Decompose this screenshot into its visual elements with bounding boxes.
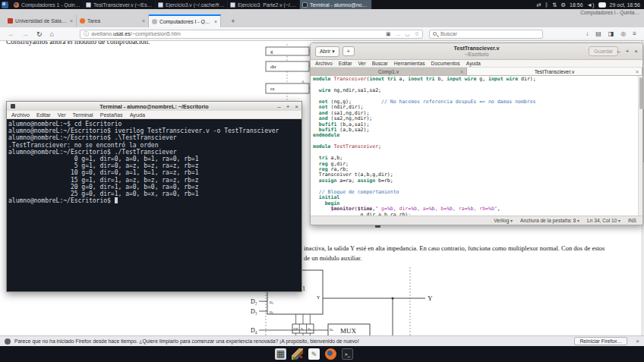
- hamburger-menu-icon[interactable]: ≡: [633, 30, 636, 37]
- open-button[interactable]: Abrir ▾: [315, 46, 339, 57]
- svg-text:g: g: [270, 49, 273, 55]
- terminal-icon[interactable]: [342, 348, 353, 360]
- bluetooth-icon[interactable]: ᛒ: [545, 2, 549, 8]
- text-editor-icon[interactable]: [308, 348, 320, 360]
- code-line: module TestTransceiver;: [313, 144, 642, 150]
- editor-menu-item[interactable]: Archivo: [315, 61, 333, 66]
- code-line: reg g,dir;: [313, 162, 642, 167]
- applications-menu-icon[interactable]: [2, 2, 8, 8]
- insert-mode-indicator: INS: [628, 218, 636, 223]
- editor-headerbar[interactable]: Abrir ▾ + TestTransciever.v ~/Escritorio…: [311, 43, 642, 60]
- browser-tab[interactable]: Universidad de Salamanca ×: [5, 14, 77, 27]
- svg-text:A: A: [301, 80, 305, 83]
- top-panel: Computadores 1 - Quinta ses... TestTrans…: [0, 0, 644, 9]
- editor-menu-item[interactable]: Ayuda: [466, 61, 481, 66]
- settings-gear-icon[interactable]: ⚙: [560, 2, 566, 8]
- account-icon[interactable]: ◎: [620, 30, 626, 37]
- firefox-icon[interactable]: [325, 348, 336, 360]
- minimize-icon[interactable]: –: [277, 103, 280, 110]
- new-tab-button[interactable]: +: [228, 14, 238, 27]
- back-icon[interactable]: ←: [8, 30, 14, 38]
- terminal-menu-item[interactable]: Archivo: [11, 112, 30, 118]
- home-icon[interactable]: ⌂: [50, 30, 54, 38]
- editor-tab-close-icon[interactable]: ×: [460, 69, 463, 74]
- close-icon[interactable]: ×: [295, 103, 298, 110]
- palette-icon[interactable]: [292, 348, 303, 360]
- tab-width-selector[interactable]: Anchura de la pestaña: 8: [520, 218, 579, 223]
- tab-label: Tarea: [87, 18, 140, 24]
- terminal-output[interactable]: alumno@nombreL:~$ cd Escritorioalumno@no…: [7, 119, 301, 291]
- editor-tab-label: Comp1.v: [378, 69, 399, 74]
- terminal-menu-item[interactable]: Ver: [58, 112, 66, 118]
- browser-tab[interactable]: Computadores I - Quinta sesión ×: [149, 14, 221, 27]
- search-bar[interactable]: [429, 30, 543, 39]
- sidebar-icon[interactable]: ◨: [608, 30, 614, 37]
- code-line: tri a,b;: [313, 156, 642, 161]
- terminal-line: 5 g=1, dir=0, a=z, b=z, ra=z, rb=z: [8, 162, 301, 169]
- close-icon[interactable]: ×: [634, 48, 638, 55]
- library-icon[interactable]: ▤: [595, 30, 601, 37]
- maximize-icon[interactable]: +: [626, 48, 630, 55]
- editor-menu-item[interactable]: Buscar: [372, 61, 388, 66]
- minimize-icon[interactable]: –: [617, 48, 620, 55]
- notification-close-icon[interactable]: ×: [636, 338, 639, 345]
- container-icon[interactable]: ▣: [386, 31, 391, 37]
- editor-scrollbar[interactable]: [638, 76, 642, 216]
- panel-clock: 18:56: [570, 2, 583, 8]
- pocket-icon[interactable]: ◡: [406, 31, 410, 37]
- editor-menu-item[interactable]: Herramientas: [394, 61, 425, 66]
- terminal-window-icon: [11, 104, 15, 109]
- tab-favicon: [152, 19, 157, 24]
- taskbar-window-button[interactable]: Ejercicio3.v (~/.cache/fr-s52l...: [156, 0, 228, 9]
- tray-indicator-icon[interactable]: [598, 2, 606, 8]
- maximize-icon[interactable]: +: [286, 103, 290, 110]
- terminal-titlebar[interactable]: Terminal - alumno@nombreL: ~/Escritorio …: [7, 102, 301, 111]
- firefox-window-title: Computadores I - Quinta…: [580, 10, 639, 15]
- browser-tab[interactable]: Tarea ×: [77, 14, 149, 27]
- page-actions-icon[interactable]: …: [396, 31, 401, 37]
- editor-tab-close-icon[interactable]: ×: [636, 69, 639, 74]
- notification-text: Parece que no ha iniciado Firefox desde …: [14, 338, 359, 344]
- editor-menu-item[interactable]: Documentos: [431, 61, 460, 66]
- terminal-menu-item[interactable]: Ayuda: [130, 112, 145, 118]
- save-button[interactable]: Guardar: [589, 46, 618, 56]
- taskbar-window-button[interactable]: Computadores 1 - Quinta ses...: [11, 0, 84, 9]
- terminal-line: alumno@nombreL:~$ cd Escritorio: [8, 121, 301, 127]
- svg-text:Dₐ: Dₐ: [330, 328, 334, 332]
- new-document-button[interactable]: +: [343, 46, 355, 56]
- tab-close-icon[interactable]: ×: [70, 18, 73, 24]
- volume-icon[interactable]: ◄): [587, 2, 595, 8]
- terminal-menu-item[interactable]: Pestañas: [100, 112, 123, 118]
- bookmark-star-icon[interactable]: ☆: [415, 31, 419, 37]
- editor-tab[interactable]: Comp1.v ×: [311, 68, 467, 75]
- editor-tab[interactable]: TestTransciever.v ×: [467, 68, 642, 75]
- window-button-label: TestTransciever.v (~/Escritor...: [93, 2, 153, 8]
- forward-icon[interactable]: →: [22, 30, 29, 38]
- editor-menu-item[interactable]: Ver: [358, 61, 365, 66]
- terminal-menu-item[interactable]: Editar: [36, 112, 51, 118]
- tab-close-icon[interactable]: ×: [142, 18, 145, 24]
- refresh-firefox-button[interactable]: Reiniciar Firefox…: [574, 337, 627, 345]
- download-icon[interactable]: ↓: [586, 30, 589, 37]
- traffic-icon[interactable]: ⇅: [552, 2, 557, 8]
- taskbar-window-button[interactable]: TestTransciever.v (~/Escritor...: [84, 0, 156, 9]
- code-line: module Transceiver(inout tri a, inout tr…: [313, 77, 642, 82]
- code-editor-area[interactable]: module Transceiver(inout tri a, inout tr…: [311, 76, 642, 216]
- taskbar-window-button[interactable]: Terminal - alumno@nombre...: [300, 0, 372, 9]
- search-input[interactable]: [439, 30, 539, 37]
- site-info-icon[interactable]: ⓘ: [84, 30, 89, 38]
- calculator-icon[interactable]: [275, 348, 286, 360]
- network-icon[interactable]: ⇄: [536, 2, 541, 8]
- language-selector[interactable]: Verilog: [494, 218, 513, 223]
- editor-menu-item[interactable]: Editar: [339, 61, 352, 66]
- firefox-reminder-icon: [5, 338, 11, 345]
- terminal-title: Terminal - alumno@nombreL: ~/Escritorio: [7, 103, 301, 110]
- tab-close-icon[interactable]: ×: [214, 19, 217, 24]
- url-bar[interactable]: ⓘ avellano.usal.es/~compi/sesion5.htm ▣ …: [80, 30, 423, 39]
- cursor-position[interactable]: Ln 34, Col 10: [587, 218, 620, 223]
- terminal-menu-item[interactable]: Terminal: [73, 112, 93, 118]
- reload-icon[interactable]: ↻: [36, 30, 43, 38]
- terminal-line: 0 g=1, dir=0, a=0, b=1, ra=0, rb=1: [8, 156, 301, 162]
- taskbar-window-button[interactable]: Ejercicio3_Parte2.v (~/.cache...: [228, 0, 300, 9]
- code-line: wire ng,ndir,sa1,sa2;: [313, 88, 642, 93]
